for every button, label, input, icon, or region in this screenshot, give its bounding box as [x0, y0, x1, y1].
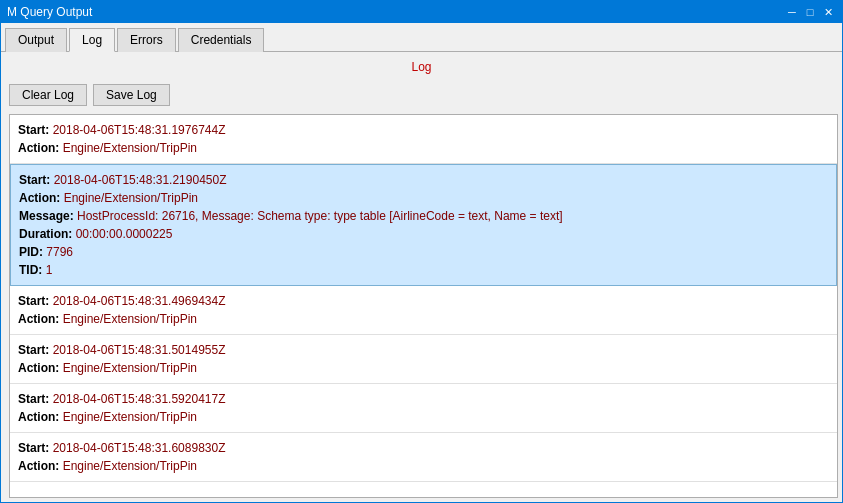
save-log-button[interactable]: Save Log — [93, 84, 170, 106]
field-label: Action: — [18, 361, 63, 375]
log-entry[interactable]: Start: 2018-04-06T15:48:31.4969434ZActio… — [10, 286, 837, 335]
field-label: Start: — [19, 173, 54, 187]
field-value: 2018-04-06T15:48:31.5920417Z — [53, 392, 226, 406]
field-label: TID: — [19, 263, 46, 277]
close-button[interactable]: ✕ — [820, 4, 836, 20]
field-label: Action: — [18, 410, 63, 424]
field-label: Action: — [18, 141, 63, 155]
field-label: Start: — [18, 343, 53, 357]
window-title: M Query Output — [7, 5, 92, 19]
log-entry[interactable]: Start: 2018-04-06T15:48:31.1976744ZActio… — [10, 115, 837, 164]
field-value: 1 — [46, 263, 53, 277]
field-label: Action: — [18, 459, 63, 473]
tab-credentials[interactable]: Credentials — [178, 28, 265, 52]
title-bar: M Query Output ─ □ ✕ — [1, 1, 842, 23]
log-heading: Log — [1, 52, 842, 80]
field-label: Start: — [18, 392, 53, 406]
field-value: 00:00:00.0000225 — [76, 227, 173, 241]
field-label: Action: — [18, 312, 63, 326]
field-label: Start: — [18, 123, 53, 137]
tab-bar: Output Log Errors Credentials — [1, 23, 842, 52]
field-value: 2018-04-06T15:48:31.4969434Z — [53, 294, 226, 308]
field-value: Engine/Extension/TripPin — [63, 361, 197, 375]
tab-log[interactable]: Log — [69, 28, 115, 52]
log-entry[interactable]: Start: 2018-04-06T15:48:31.5014955ZActio… — [10, 335, 837, 384]
field-label: Action: — [19, 191, 64, 205]
log-toolbar: Clear Log Save Log — [1, 80, 842, 114]
main-window: M Query Output ─ □ ✕ Output Log Errors C… — [0, 0, 843, 503]
log-entry[interactable]: Start: 2018-04-06T15:48:31.2190450ZActio… — [10, 164, 837, 286]
log-tab-content: Log Clear Log Save Log Start: 2018-04-06… — [1, 52, 842, 502]
tab-output[interactable]: Output — [5, 28, 67, 52]
clear-log-button[interactable]: Clear Log — [9, 84, 87, 106]
minimize-button[interactable]: ─ — [784, 4, 800, 20]
field-label: Start: — [18, 441, 53, 455]
title-bar-controls: ─ □ ✕ — [784, 4, 836, 20]
field-value: Engine/Extension/TripPin — [64, 191, 198, 205]
field-value: 7796 — [46, 245, 73, 259]
field-label: Duration: — [19, 227, 76, 241]
field-value: Engine/Extension/TripPin — [63, 459, 197, 473]
log-entry[interactable]: Start: 2018-04-06T15:48:31.5920417ZActio… — [10, 384, 837, 433]
field-value: 2018-04-06T15:48:31.2190450Z — [54, 173, 227, 187]
maximize-button[interactable]: □ — [802, 4, 818, 20]
field-value: Engine/Extension/TripPin — [63, 141, 197, 155]
field-label: Message: — [19, 209, 77, 223]
field-value: 2018-04-06T15:48:31.1976744Z — [53, 123, 226, 137]
field-value: 2018-04-06T15:48:31.6089830Z — [53, 441, 226, 455]
log-entries-area[interactable]: Start: 2018-04-06T15:48:31.1976744ZActio… — [9, 114, 838, 498]
field-value: 2018-04-06T15:48:31.5014955Z — [53, 343, 226, 357]
field-value: Engine/Extension/TripPin — [63, 410, 197, 424]
log-entry[interactable]: Start: 2018-04-06T15:48:31.6089830ZActio… — [10, 433, 837, 482]
tab-errors[interactable]: Errors — [117, 28, 176, 52]
field-label: PID: — [19, 245, 46, 259]
field-value: Engine/Extension/TripPin — [63, 312, 197, 326]
field-value: HostProcessId: 26716, Message: Schema ty… — [77, 209, 563, 223]
field-label: Start: — [18, 294, 53, 308]
